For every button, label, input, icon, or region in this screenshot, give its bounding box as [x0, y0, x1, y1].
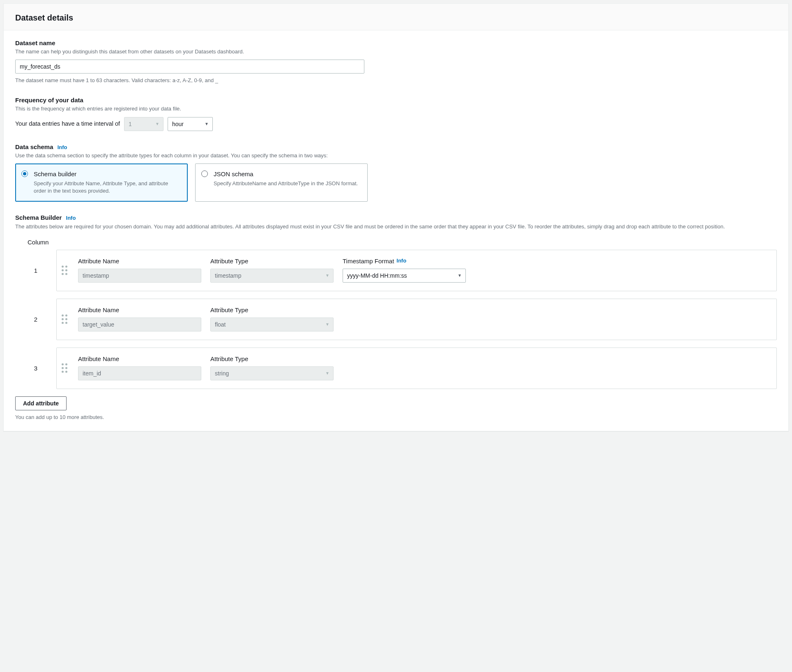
interval-select [124, 117, 163, 131]
schema-builder-option-title: Schema builder [34, 170, 181, 178]
attribute-card: Attribute Name Attribute Type ▼ [56, 250, 777, 291]
attribute-row: 3 Attribute Name Attribute Type ▼ [15, 348, 777, 389]
dataset-name-input[interactable] [15, 60, 364, 74]
radio-icon [21, 170, 28, 177]
attribute-card: Attribute Name Attribute Type ▼ [56, 299, 777, 340]
attribute-name-label: Attribute Name [78, 257, 201, 265]
attribute-index: 2 [15, 299, 56, 340]
panel-body: Dataset name The name can help you disti… [4, 30, 788, 431]
attribute-name-label: Attribute Name [78, 306, 201, 314]
dataset-name-label: Dataset name [15, 39, 777, 47]
frequency-inline-label: Your data entries have a time interval o… [15, 120, 120, 128]
data-schema-label: Data schema Info [15, 143, 777, 151]
dataset-name-hint: The dataset name must have 1 to 63 chara… [15, 77, 777, 84]
unit-select-wrap[interactable]: ▼ [168, 117, 213, 131]
json-schema-option[interactable]: JSON schema Specify AttributeName and At… [195, 163, 368, 202]
attribute-type-select [210, 269, 334, 283]
dataset-details-panel: Dataset details Dataset name The name ca… [3, 3, 789, 431]
attribute-type-select [210, 318, 334, 331]
attribute-index: 1 [15, 250, 56, 291]
schema-builder-section: Schema Builder Info The attributes below… [15, 213, 777, 389]
timestamp-format-info-link[interactable]: Info [396, 257, 406, 265]
attribute-type-label: Attribute Type [210, 306, 334, 314]
attribute-name-input [78, 318, 201, 331]
json-schema-option-title: JSON schema [214, 170, 361, 178]
attribute-row: 1 Attribute Name Attribute Type ▼ [15, 250, 777, 291]
json-schema-option-desc: Specify AttributeName and AttributeType … [214, 180, 361, 187]
attribute-row: 2 Attribute Name Attribute Type ▼ [15, 299, 777, 340]
timestamp-format-label: Timestamp Format Info [343, 257, 466, 265]
timestamp-format-select[interactable] [343, 269, 466, 283]
dataset-name-section: Dataset name The name can help you disti… [15, 39, 777, 84]
attribute-type-label: Attribute Type [210, 354, 334, 363]
data-schema-info-link[interactable]: Info [58, 144, 67, 150]
attribute-type-select [210, 366, 334, 380]
drag-handle-icon[interactable] [62, 315, 67, 324]
drag-handle-icon[interactable] [62, 266, 67, 275]
add-attribute-hint: You can add up to 10 more attributes. [15, 414, 777, 421]
attribute-card: Attribute Name Attribute Type ▼ [56, 348, 777, 389]
dataset-name-description: The name can help you distinguish this d… [15, 48, 777, 55]
attribute-index: 3 [15, 348, 56, 389]
attribute-name-input [78, 269, 201, 283]
frequency-label: Frequency of your data [15, 96, 777, 104]
add-attribute-button[interactable]: Add attribute [15, 396, 67, 410]
page-title: Dataset details [15, 12, 777, 23]
column-header: Column [15, 238, 777, 250]
panel-header: Dataset details [4, 4, 788, 30]
frequency-description: This is the frequency at which entries a… [15, 105, 777, 113]
schema-builder-description: The attributes below are required for yo… [15, 223, 777, 230]
data-schema-section: Data schema Info Use the data schema sec… [15, 143, 777, 202]
schema-builder-label: Schema Builder Info [15, 213, 777, 222]
interval-select-wrap: ▼ [124, 117, 163, 131]
attribute-type-label: Attribute Type [210, 257, 334, 265]
attribute-name-label: Attribute Name [78, 354, 201, 363]
data-schema-description: Use the data schema section to specify t… [15, 152, 777, 159]
schema-builder-option[interactable]: Schema builder Specify your Attribute Na… [15, 163, 188, 202]
schema-builder-info-link[interactable]: Info [66, 215, 76, 221]
frequency-section: Frequency of your data This is the frequ… [15, 96, 777, 131]
radio-icon [201, 170, 208, 177]
drag-handle-icon[interactable] [62, 364, 67, 373]
unit-select[interactable] [168, 117, 213, 131]
schema-builder-option-desc: Specify your Attribute Name, Attribute T… [34, 180, 181, 195]
attribute-name-input [78, 366, 201, 380]
